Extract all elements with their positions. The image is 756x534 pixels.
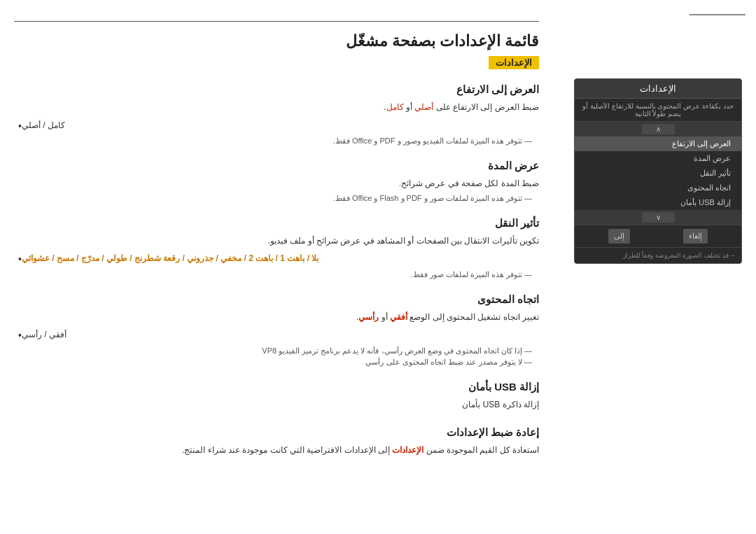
section-title-3: اتجاه المحتوى [14,293,539,306]
section-duration: عرض المدة ضبط المدة لكل صفحة في عرض شرائ… [14,160,539,203]
settings-note: – قد تختلف الصورة المعروضة وفقاً للطراز. [575,247,741,263]
page-title: قائمة الإعدادات بصفحة مشغّل [14,32,539,50]
section-reset: إعادة ضبط الإعدادات استعادة كل القيم الم… [14,426,539,458]
section-title-5: إعادة ضبط الإعدادات [14,426,539,439]
section-content-direction: اتجاه المحتوى تغيير اتجاه تشغيل المحتوى … [14,293,539,367]
section-title-4: إزالة USB بأمان [14,381,539,393]
settings-nav-item-0[interactable]: العرض إلى الارتفاع [575,136,741,151]
settings-widget-subtitle: حدد بكفاءة عرض المحتوى بالنسبة للارتفاع … [575,99,741,122]
section-usb: إزالة USB بأمان إزالة ذاكرة USB بأمان [14,381,539,413]
page-container: الإعدادات حدد بكفاءة عرض المحتوى بالنسبة… [0,0,756,534]
scroll-down-button[interactable]: ∨ [642,212,675,223]
highlight-rassi2: رأسي [365,358,384,366]
bullet-dot-0: • [18,118,22,134]
highlight-photos: صور [430,270,444,279]
highlight-transition-options: بلا / باهت 1 / باهت 2 / مخفي / جذروني / … [22,253,318,263]
highlight-asli: أصلي [414,102,433,112]
section-intro-5: استعادة كل القيم الموجودة ضمن الإعدادات … [14,443,539,458]
settings-nav-item-1[interactable]: عرض المدة [575,151,741,166]
section-intro-1: ضبط المدة لكل صفحة في عرض شرائح. [14,176,539,192]
settings-widget: الإعدادات حدد بكفاءة عرض المحتوى بالنسبة… [574,78,742,264]
indent-1: تتوفر هذه الميزة لملفات صور و PDF و Flas… [28,194,539,203]
top-line [14,21,539,22]
top-divider [690,14,746,15]
scroll-up-button[interactable]: ∧ [642,124,675,134]
highlight-content-dir: اتجاه المحتوى [456,346,499,355]
highlight-masdar: مصدر [479,358,498,366]
highlight-horizontal: أفقي [390,312,407,322]
left-panel: الإعدادات حدد بكفاءة عرض المحتوى بالنسبة… [560,0,756,534]
settings-nav-item-2[interactable]: تأثير النقل [575,166,741,181]
highlight-content-dir2: اتجاه المحتوى [402,358,446,366]
section-transition: تأثير النقل تكوين تأليرات الانتقال بين ا… [14,217,539,279]
section-display-ratio: العرض إلى الارتفاع ضبط العرض إلى الارتفا… [14,83,539,146]
section-title-2: تأثير النقل [14,217,539,230]
bullet-text-0: كامل / أصلي [22,118,65,134]
bullet-dot-2: • [18,251,22,267]
cancel-button[interactable]: إلغاء [683,229,708,244]
section-intro-4: إزالة ذاكرة USB بأمان [14,398,539,413]
highlight-rassi: رأسي [384,346,402,355]
section-title-1: عرض المدة [14,160,539,172]
indent-2: تتوفر هذه الميزة لملفات صور فقط. [28,270,539,279]
indent-3a: إذا كان اتجاه المحتوى في وضع العرض رأسي،… [28,346,539,356]
bullet-3: • أفقي / رأسي [14,328,539,343]
settings-nav-item-3[interactable]: اتجاه المحتوى [575,181,741,195]
indent-3b: لا يتوفر مصدر عند ضبط اتجاه المحتوى على … [28,358,539,367]
bullet-text-2: بلا / باهت 1 / باهت 2 / مخفي / جذروني / … [22,251,318,267]
highlight-kamel: كامل [386,102,404,112]
section-intro-3: تغيير اتجاه تشغيل المحتوى إلى الوضع أفقي… [14,310,539,325]
section-intro-2: تكوين تأليرات الانتقال بين الصفحات أو ال… [14,234,539,249]
section-tag: الإعدادات [489,56,539,69]
bullet-2: • بلا / باهت 1 / باهت 2 / مخفي / جذروني … [14,251,539,267]
bullet-0: • كامل / أصلي [14,118,539,134]
bullet-dot-3: • [18,328,22,343]
highlight-settings: الإعدادات [392,445,424,455]
section-intro-0: ضبط العرض إلى الارتفاع على أصلي أو كامل. [14,100,539,115]
section-title-0: العرض إلى الارتفاع [14,83,539,96]
settings-nav-item-4[interactable]: إزالة USB بأمان [575,195,741,210]
ok-button[interactable]: إلى [608,229,630,244]
right-panel: قائمة الإعدادات بصفحة مشغّل الإعدادات ال… [0,0,560,534]
highlight-vertical: رأسي [358,312,379,322]
indent-0: تتوفر هذه الميزة لملفات الفيديو وصور و P… [28,136,539,146]
settings-widget-title: الإعدادات [575,79,741,99]
settings-action-row: إلغاء إلى [575,225,741,247]
highlight-video: الفيديو [423,136,444,145]
bullet-text-3: أفقي / رأسي [22,328,66,343]
